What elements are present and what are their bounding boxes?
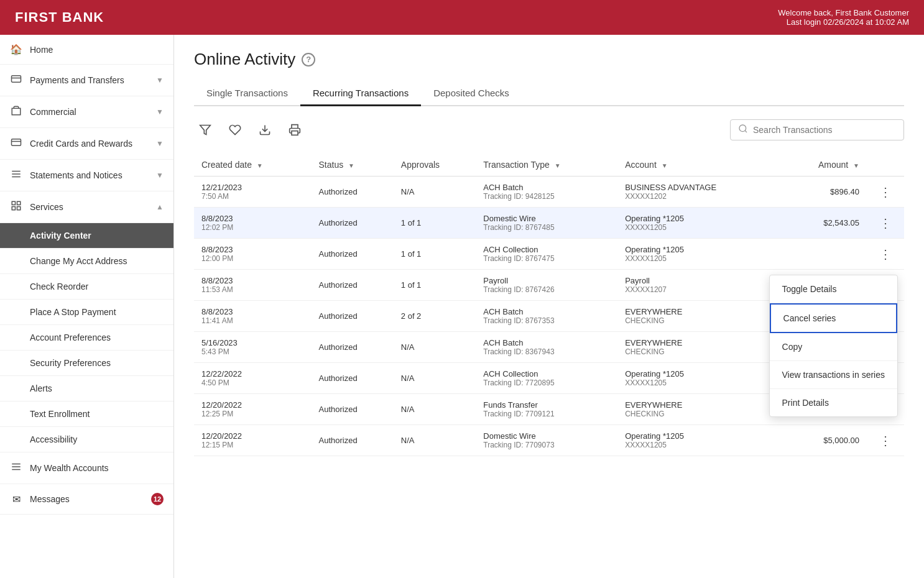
chevron-down-icon: ▼ <box>156 171 164 180</box>
sidebar-item-messages[interactable]: ✉ Messages 12 <box>0 484 173 515</box>
sidebar-sub-label: Accessibility <box>30 434 77 444</box>
cell-account: Operating *1205 XXXXX1205 <box>617 363 780 394</box>
cell-amount: $5,000.00 <box>781 425 867 456</box>
row-actions-button[interactable]: ⋮ <box>874 214 897 232</box>
cell-approvals: 2 of 2 <box>394 301 476 332</box>
search-icon <box>738 124 748 136</box>
sidebar-item-commercial[interactable]: Commercial ▼ <box>0 96 173 128</box>
sidebar-item-credit-cards[interactable]: Credit Cards and Rewards ▼ <box>0 128 173 160</box>
cell-status: Authorized <box>312 363 394 394</box>
print-button[interactable] <box>284 119 306 141</box>
cell-account: Operating *1205 XXXXX1205 <box>617 208 780 239</box>
cell-actions: ⋮ <box>867 177 904 208</box>
cell-actions: ⋮ <box>867 425 904 456</box>
cell-date: 12/21/2023 7:50 AM <box>194 177 312 208</box>
sidebar-item-alerts[interactable]: Alerts <box>0 376 173 401</box>
sidebar-sub-label: Account Preferences <box>30 333 111 342</box>
dropdown-item-cancel-series[interactable]: Cancel series <box>770 303 897 333</box>
cell-date: 12/20/2022 12:25 PM <box>194 394 312 425</box>
help-icon[interactable]: ? <box>302 53 315 67</box>
welcome-text: Welcome back, First Bank Customer Last l… <box>778 8 909 27</box>
sidebar-item-label: Services <box>30 202 149 212</box>
cell-tx-type: ACH Collection Tracking ID: 7720895 <box>476 363 617 394</box>
row-actions-button[interactable]: ⋮ <box>874 245 897 264</box>
cell-approvals: 1 of 1 <box>394 270 476 301</box>
cell-actions: ⋮ <box>867 208 904 239</box>
header: FIRST BANK Welcome back, First Bank Cust… <box>0 0 924 35</box>
dropdown-item-copy[interactable]: Copy <box>770 333 897 361</box>
wealth-icon <box>10 461 22 475</box>
svg-rect-9 <box>17 201 21 204</box>
sidebar-item-security-prefs[interactable]: Security Preferences <box>0 351 173 376</box>
cell-date: 8/8/2023 11:53 AM <box>194 270 312 301</box>
cell-status: Authorized <box>312 208 394 239</box>
svg-rect-17 <box>292 131 298 135</box>
col-created-date[interactable]: Created date ▼ <box>194 154 312 177</box>
svg-line-19 <box>745 131 747 132</box>
sidebar-item-accessibility[interactable]: Accessibility <box>0 427 173 452</box>
toolbar <box>194 119 904 141</box>
cell-date: 12/22/2022 4:50 PM <box>194 363 312 394</box>
sidebar-item-account-prefs[interactable]: Account Preferences <box>0 325 173 351</box>
col-transaction-type[interactable]: Transaction Type ▼ <box>476 154 617 177</box>
col-amount[interactable]: Amount ▼ <box>781 154 867 177</box>
tab-recurring-transactions[interactable]: Recurring Transactions <box>300 81 421 106</box>
row-actions-button[interactable]: ⋮ <box>874 183 897 201</box>
sidebar-item-check-reorder[interactable]: Check Reorder <box>0 274 173 300</box>
col-status[interactable]: Status ▼ <box>312 154 394 177</box>
sidebar-sub-label: Check Reorder <box>30 282 88 291</box>
col-account[interactable]: Account ▼ <box>617 154 780 177</box>
row-actions-button[interactable]: ⋮ <box>874 431 897 450</box>
cell-tx-type: ACH Batch Tracking ID: 8367943 <box>476 332 617 363</box>
cell-status: Authorized <box>312 332 394 363</box>
cell-status: Authorized <box>312 301 394 332</box>
sidebar-item-text-enrollment[interactable]: Text Enrollment <box>0 401 173 427</box>
services-icon <box>10 200 22 214</box>
sidebar-item-change-address[interactable]: Change My Acct Address <box>0 249 173 274</box>
chevron-up-icon: ▲ <box>156 203 164 211</box>
tab-single-transactions[interactable]: Single Transactions <box>194 81 300 106</box>
search-input[interactable] <box>753 125 896 135</box>
chevron-down-icon: ▼ <box>156 139 164 148</box>
sidebar-item-statements[interactable]: Statements and Notices ▼ <box>0 160 173 191</box>
sidebar-item-home[interactable]: 🏠 Home <box>0 35 173 65</box>
page-title: Online Activity <box>194 50 295 69</box>
tabs-bar: Single Transactions Recurring Transactio… <box>194 81 904 106</box>
dropdown-item-toggle-details[interactable]: Toggle Details <box>770 275 897 303</box>
cell-approvals: N/A <box>394 177 476 208</box>
sort-arrow-icon: ▼ <box>555 162 561 169</box>
sidebar-sub-label: Place A Stop Payment <box>30 307 116 317</box>
cell-account: BUSINESS ADVANTAGE XXXXX1202 <box>617 177 780 208</box>
payments-icon <box>10 73 22 87</box>
cell-status: Authorized <box>312 177 394 208</box>
cell-account: Operating *1205 XXXXX1205 <box>617 425 780 456</box>
sidebar-item-activity-center[interactable]: Activity Center <box>0 223 173 249</box>
cell-amount: $896.40 <box>781 177 867 208</box>
sidebar-item-payments[interactable]: Payments and Transfers ▼ <box>0 65 173 96</box>
dropdown-item-print-details[interactable]: Print Details <box>770 389 897 416</box>
favorite-button[interactable] <box>224 119 246 141</box>
cell-date: 12/20/2022 12:15 PM <box>194 425 312 456</box>
commercial-icon <box>10 105 22 119</box>
cell-tx-type: Funds Transfer Tracking ID: 7709121 <box>476 394 617 425</box>
cell-approvals: N/A <box>394 332 476 363</box>
table-row: 8/8/2023 12:00 PM Authorized 1 of 1 ACH … <box>194 239 904 270</box>
filter-button[interactable] <box>194 119 216 141</box>
sidebar-sub-label: Alerts <box>30 383 52 393</box>
sidebar-item-stop-payment[interactable]: Place A Stop Payment <box>0 300 173 325</box>
sidebar-item-label: Credit Cards and Rewards <box>30 139 149 149</box>
search-box[interactable] <box>730 119 904 140</box>
cell-tx-type: ACH Batch Tracking ID: 8767353 <box>476 301 617 332</box>
tab-deposited-checks[interactable]: Deposited Checks <box>421 81 522 106</box>
sidebar-item-label: Payments and Transfers <box>30 75 149 85</box>
download-button[interactable] <box>254 119 276 141</box>
svg-rect-3 <box>12 139 21 146</box>
sidebar-item-services[interactable]: Services ▲ <box>0 191 173 223</box>
sidebar-item-label: Messages <box>30 494 144 504</box>
table-row: 8/8/2023 12:02 PM Authorized 1 of 1 Dome… <box>194 208 904 239</box>
cell-account: EVERYWHERE CHECKING <box>617 301 780 332</box>
dropdown-item-view-series[interactable]: View transactions in series <box>770 361 897 389</box>
svg-rect-0 <box>12 76 21 83</box>
sidebar-item-my-wealth[interactable]: My Wealth Accounts <box>0 452 173 484</box>
svg-rect-8 <box>12 201 15 204</box>
